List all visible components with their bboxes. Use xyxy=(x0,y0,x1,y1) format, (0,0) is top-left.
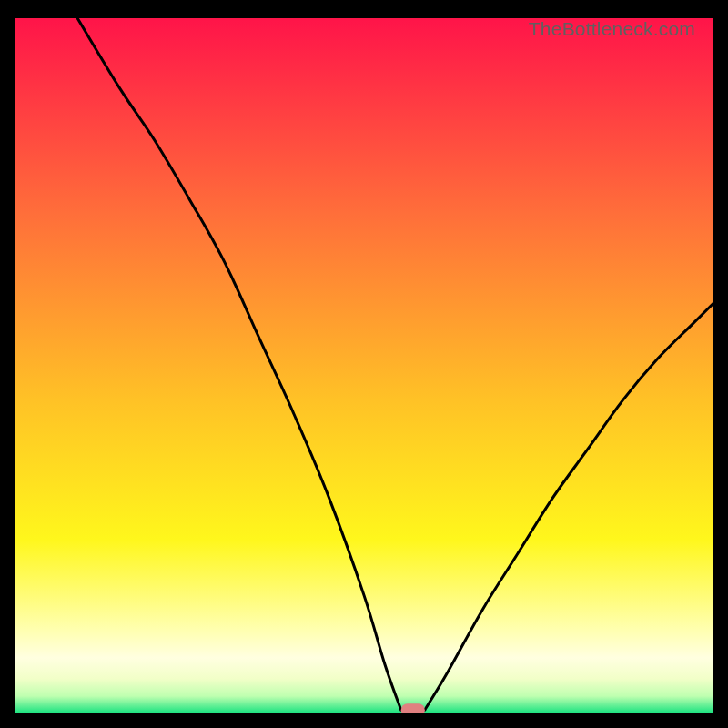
optimal-point-marker xyxy=(401,703,425,713)
bottleneck-chart xyxy=(15,18,713,713)
gradient-background xyxy=(15,18,713,713)
chart-frame: TheBottleneck.com xyxy=(15,18,713,713)
watermark-text: TheBottleneck.com xyxy=(529,18,695,40)
